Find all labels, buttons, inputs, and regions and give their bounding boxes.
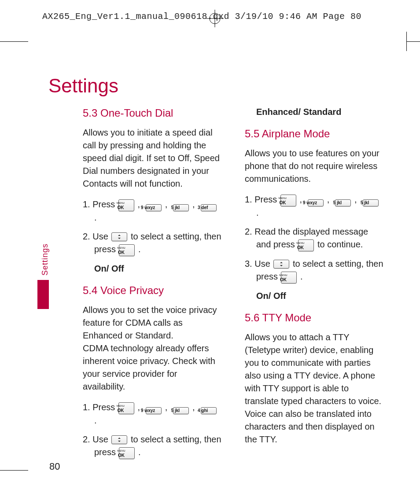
menu-ok-key-icon: MENUOK	[281, 272, 297, 283]
body-text: Allows you to set the voice privacy feat…	[83, 304, 222, 393]
nav-key-icon	[111, 232, 127, 241]
heading-voice-privacy: 5.4 Voice Privacy	[83, 283, 222, 298]
step-text: 2. Read the displayed message and press …	[245, 225, 384, 251]
step-text: 1. Press MENUOK , 9 wxyz , 5 jkl , 3 def…	[83, 198, 222, 224]
crop-mark	[407, 41, 420, 42]
nav-key-icon	[111, 435, 127, 444]
options-text: Enhanced/ Standard	[245, 106, 384, 118]
key-4-icon: 4 ghi	[201, 407, 217, 414]
key-9-icon: 9 wxyz	[308, 199, 324, 206]
body-text: Allows you to use features on your phone…	[245, 147, 384, 185]
crop-mark	[406, 32, 407, 51]
crop-mark	[0, 470, 28, 471]
step-text: 3. Use to select a setting, then press M…	[245, 258, 384, 283]
step-text: 2. Use to select a setting, then press M…	[83, 433, 222, 459]
key-5-icon: 5 jkl	[173, 407, 189, 414]
page-number: 80	[49, 461, 60, 472]
key-9-icon: 9 wxyz	[146, 407, 162, 414]
nav-key-icon	[273, 260, 289, 269]
body-text: Allows you to attach a TTY (Teletype wri…	[245, 331, 384, 446]
step-text: 1. Press MENUOK , 9 wxyz , 5 jkl , 5 jkl…	[245, 193, 384, 219]
key-9-icon: 9 wxyz	[146, 204, 162, 211]
menu-ok-key-icon: MENUOK	[280, 195, 296, 206]
step-text: 1. Press MENUOK , 9 wxyz , 5 jkl , 4 ghi…	[83, 401, 222, 427]
right-column: Enhanced/ Standard 5.5 Airplane Mode All…	[245, 106, 384, 459]
options-text: On/ Off	[245, 290, 384, 302]
options-text: On/ Off	[83, 262, 222, 275]
crop-mark	[0, 41, 28, 42]
section-tab-label: Settings	[41, 243, 50, 276]
print-slug: AX265_Eng_Ver1.1_manual_090618.qxd 3/19/…	[42, 11, 361, 22]
left-column: 5.3 One-Touch Dial Allows you to initiat…	[83, 106, 222, 459]
menu-ok-key-icon: MENUOK	[119, 244, 135, 256]
menu-ok-key-icon: MENUOK	[118, 402, 134, 414]
registration-mark-icon	[206, 10, 224, 27]
section-tab-bar	[37, 280, 49, 309]
key-5-icon: 5 jkl	[363, 199, 379, 206]
key-5-icon: 5 jkl	[335, 199, 351, 206]
heading-tty-mode: 5.6 TTY Mode	[245, 310, 384, 326]
key-5-icon: 5 jkl	[173, 204, 189, 211]
menu-ok-key-icon: MENUOK	[298, 239, 314, 251]
step-text: 2. Use to select a setting, then press M…	[83, 230, 222, 256]
heading-one-touch-dial: 5.3 One-Touch Dial	[83, 106, 222, 121]
body-text: Allows you to initiate a speed dial call…	[83, 126, 222, 190]
menu-ok-key-icon: MENUOK	[118, 199, 134, 211]
key-3-icon: 3 def	[201, 204, 217, 211]
heading-airplane-mode: 5.5 Airplane Mode	[245, 126, 384, 142]
menu-ok-key-icon: MENUOK	[119, 447, 135, 459]
page-title: Settings	[48, 75, 118, 97]
